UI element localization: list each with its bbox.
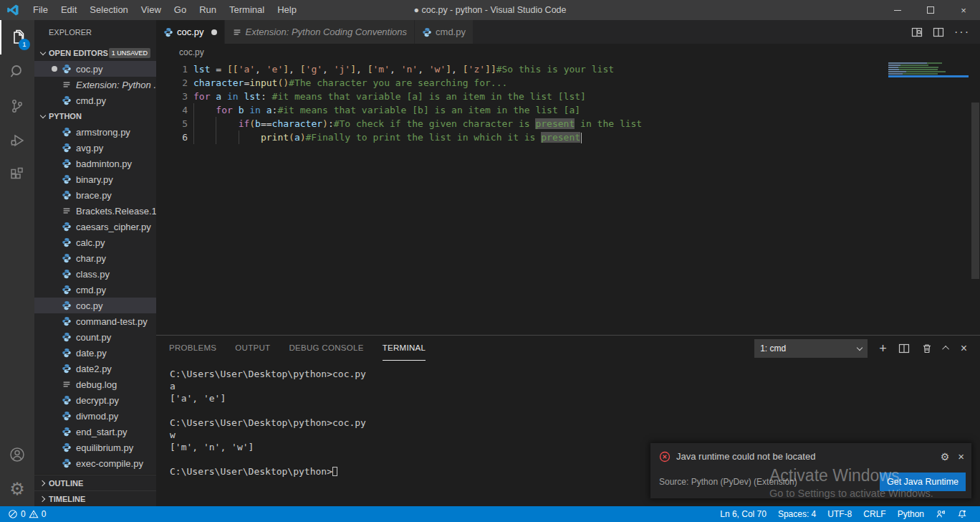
file-item[interactable]: debug.log <box>34 376 156 392</box>
outline-section-header[interactable]: OUTLINE <box>34 475 156 490</box>
file-item[interactable]: avg.py <box>34 140 156 156</box>
notification-settings-icon[interactable]: ⚙ <box>941 451 950 462</box>
panel-tab-problems[interactable]: PROBLEMS <box>169 336 216 361</box>
file-item[interactable]: brace.py <box>34 187 156 203</box>
terminal-line: C:\Users\User\Desktop\python>coc.py <box>170 368 980 380</box>
kill-terminal-icon[interactable] <box>921 343 933 354</box>
menu-go[interactable]: Go <box>168 0 193 20</box>
code-token: 'a' <box>239 64 255 75</box>
split-editor-icon[interactable] <box>933 27 944 38</box>
status-cursor-position[interactable]: Ln 6, Col 70 <box>714 506 772 522</box>
file-item[interactable]: command-test.py <box>34 313 156 329</box>
extensions-activity-button[interactable] <box>0 158 34 192</box>
file-name: count.py <box>76 332 111 343</box>
terminal-line: ['a', 'e'] <box>170 392 980 404</box>
problems-status-button[interactable]: 0 0 <box>6 506 48 522</box>
code-token: ) <box>322 118 328 129</box>
minimize-button[interactable] <box>881 0 914 20</box>
modified-dot-placeholder <box>52 98 57 103</box>
panel-tab-debug-console[interactable]: DEBUG CONSOLE <box>289 336 363 361</box>
status-eol-sequence[interactable]: CRLF <box>858 506 891 522</box>
notification-close-icon[interactable]: × <box>958 450 964 462</box>
open-editor-item[interactable]: cmd.py <box>34 92 156 108</box>
terminal-select[interactable]: 1: cmd <box>754 339 868 358</box>
code-token: 'm' <box>373 64 390 75</box>
editor-tab[interactable]: coc.py <box>156 20 225 44</box>
menu-terminal[interactable]: Terminal <box>223 0 271 20</box>
new-terminal-icon[interactable]: + <box>879 343 887 354</box>
file-name: Brackets.Release.1.14.... <box>76 206 156 217</box>
minimap[interactable] <box>888 62 969 77</box>
file-item[interactable]: exec-compile.py <box>34 455 156 471</box>
file-item[interactable]: decrypt.py <box>34 392 156 408</box>
file-item[interactable]: equilibrium.py <box>34 440 156 455</box>
line-number: 6 <box>156 130 188 144</box>
explorer-activity-button[interactable]: 1 <box>0 20 34 54</box>
restore-button[interactable] <box>914 0 947 20</box>
editor-scrollbar[interactable] <box>971 103 979 279</box>
notifications-bell-button[interactable] <box>951 506 973 522</box>
file-item[interactable]: char.py <box>34 250 156 266</box>
open-editor-item[interactable]: coc.py <box>34 61 156 77</box>
status-indentation[interactable]: Spaces: 4 <box>772 506 822 522</box>
file-item[interactable]: end_start.py <box>34 424 156 440</box>
python-icon <box>62 253 72 263</box>
code-token: if <box>239 118 250 129</box>
close-panel-icon[interactable]: × <box>961 342 967 355</box>
source-control-activity-button[interactable] <box>0 89 34 123</box>
file-item[interactable]: badminton.py <box>34 156 156 171</box>
open-editors-header[interactable]: OPEN EDITORS 1 UNSAVED <box>34 45 156 61</box>
panel-tab-output[interactable]: OUTPUT <box>235 336 270 361</box>
status-encoding[interactable]: UTF-8 <box>822 506 858 522</box>
panel-tab-terminal[interactable]: TERMINAL <box>383 336 426 361</box>
more-actions-icon[interactable]: ··· <box>954 26 970 39</box>
menu-selection[interactable]: Selection <box>83 0 134 20</box>
maximize-panel-icon[interactable] <box>942 346 949 353</box>
file-item[interactable]: binary.py <box>34 171 156 187</box>
editor-tab[interactable]: cmd.py <box>415 20 474 44</box>
status-language-mode[interactable]: Python <box>892 506 930 522</box>
open-editor-label: coc.py <box>76 64 103 75</box>
close-window-button[interactable]: × <box>947 0 980 20</box>
file-name: debug.log <box>76 379 117 390</box>
file-item[interactable]: armstrong.py <box>34 124 156 140</box>
menu-help[interactable]: Help <box>271 0 303 20</box>
file-item[interactable]: date2.py <box>34 361 156 376</box>
file-item[interactable]: count.py <box>34 329 156 345</box>
indent-guide <box>193 117 194 130</box>
minimap-comment-segment <box>903 73 938 75</box>
get-java-runtime-button[interactable]: Get Java Runtime <box>880 473 966 491</box>
code-token: 'e' <box>266 64 283 75</box>
search-activity-button[interactable] <box>0 54 34 89</box>
run-debug-activity-button[interactable] <box>0 123 34 158</box>
menu-view[interactable]: View <box>135 0 168 20</box>
file-name: calc.py <box>76 237 105 248</box>
open-editor-item[interactable]: Extension: Python ... <box>34 77 156 92</box>
menu-edit[interactable]: Edit <box>54 0 83 20</box>
file-item[interactable]: cmd.py <box>34 282 156 298</box>
file-item[interactable]: class.py <box>34 266 156 282</box>
file-item[interactable]: calc.py <box>34 234 156 250</box>
editor-tab[interactable]: Extension: Python Coding Conventions <box>225 20 415 44</box>
code-token: : <box>328 118 334 129</box>
file-item[interactable]: date.py <box>34 345 156 361</box>
feedback-button[interactable] <box>930 506 951 522</box>
settings-button[interactable]: ⚙ <box>0 472 34 506</box>
file-item[interactable]: divmod.py <box>34 408 156 424</box>
split-terminal-icon[interactable] <box>898 343 910 354</box>
account-button[interactable] <box>0 437 34 472</box>
file-item[interactable]: coc.py <box>34 298 156 313</box>
open-preview-icon[interactable] <box>911 27 923 38</box>
code-token: ( <box>289 132 294 143</box>
account-icon <box>9 446 26 463</box>
menu-file[interactable]: File <box>27 0 54 20</box>
file-item[interactable]: Brackets.Release.1.14.... <box>34 203 156 219</box>
menu-run[interactable]: Run <box>193 0 223 20</box>
breadcrumb[interactable]: coc.py <box>156 44 980 61</box>
file-list-icon <box>232 27 242 37</box>
timeline-section-header[interactable]: TIMELINE <box>34 490 156 506</box>
code-token: () <box>277 77 289 88</box>
folder-section-header[interactable]: PYTHON <box>34 108 156 124</box>
file-item[interactable]: caesars_cipher.py <box>34 219 156 234</box>
code-editor[interactable]: 1lst = [['a', 'e'], ['g', 'j'], ['m', 'n… <box>156 61 980 335</box>
